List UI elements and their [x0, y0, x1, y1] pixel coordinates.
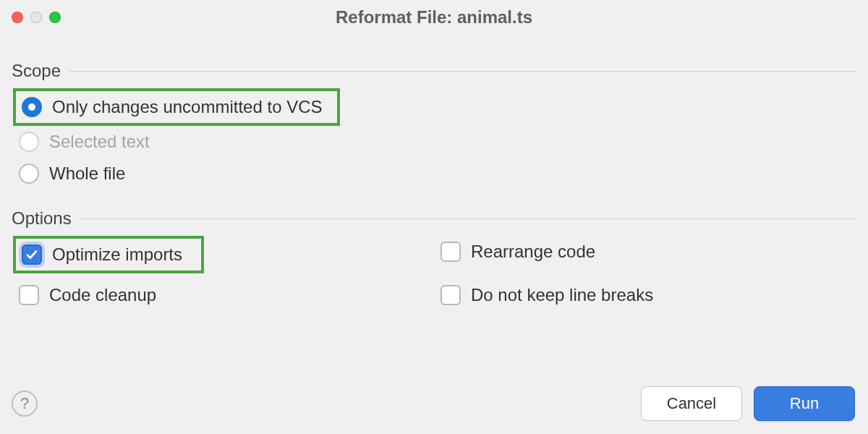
scope-whole-file-radio[interactable]: Whole file: [13, 158, 856, 190]
titlebar: Reformat File: animal.ts: [0, 0, 868, 35]
divider: [69, 71, 856, 72]
scope-radio-group: Only changes uncommitted to VCS Selected…: [12, 88, 856, 190]
scope-uncommitted-highlight: Only changes uncommitted to VCS: [13, 88, 340, 126]
optimize-imports-highlight: Optimize imports: [13, 236, 204, 273]
scope-whole-file-label: Whole file: [49, 163, 125, 184]
checkbox-icon: [19, 285, 39, 305]
traffic-lights: [12, 12, 61, 23]
radio-selected-icon: [22, 97, 42, 117]
options-label: Options: [12, 208, 72, 229]
dialog-content: Scope Only changes uncommitted to VCS Se…: [0, 35, 868, 311]
run-button[interactable]: Run: [754, 386, 855, 421]
checkbox-icon: [441, 242, 461, 262]
no-line-breaks-label: Do not keep line breaks: [471, 285, 653, 305]
scope-label: Scope: [12, 61, 61, 81]
help-button[interactable]: ?: [12, 391, 38, 417]
window-close-button[interactable]: [12, 12, 23, 23]
no-line-breaks-checkbox[interactable]: Do not keep line breaks: [435, 279, 856, 311]
scope-uncommitted-label: Only changes uncommitted to VCS: [52, 97, 323, 117]
rearrange-code-label: Rearrange code: [471, 242, 595, 262]
window-title: Reformat File: animal.ts: [0, 7, 868, 27]
cancel-button[interactable]: Cancel: [641, 386, 742, 421]
options-section-header: Options: [12, 208, 856, 229]
scope-section-header: Scope: [12, 61, 856, 81]
divider: [80, 218, 856, 219]
checkbox-checked-icon: [22, 244, 42, 265]
radio-icon: [19, 132, 39, 152]
scope-selected-text-label: Selected text: [49, 132, 150, 152]
window-zoom-button[interactable]: [49, 12, 61, 23]
scope-selected-text-radio: Selected text: [13, 126, 856, 158]
code-cleanup-checkbox[interactable]: Code cleanup: [13, 279, 435, 311]
options-section: Options Optimize imports Rearrange cod: [12, 208, 856, 311]
optimize-imports-label: Optimize imports: [52, 244, 182, 265]
radio-icon: [19, 163, 39, 184]
rearrange-code-checkbox[interactable]: Rearrange code: [435, 236, 856, 268]
window-minimize-button[interactable]: [30, 12, 42, 23]
options-grid: Optimize imports Rearrange code Code cle…: [12, 236, 856, 311]
code-cleanup-label: Code cleanup: [49, 285, 156, 305]
optimize-imports-checkbox[interactable]: Optimize imports: [16, 239, 188, 271]
checkbox-icon: [441, 285, 461, 305]
scope-uncommitted-radio[interactable]: Only changes uncommitted to VCS: [16, 91, 328, 123]
dialog-footer: ? Cancel Run: [12, 386, 855, 421]
